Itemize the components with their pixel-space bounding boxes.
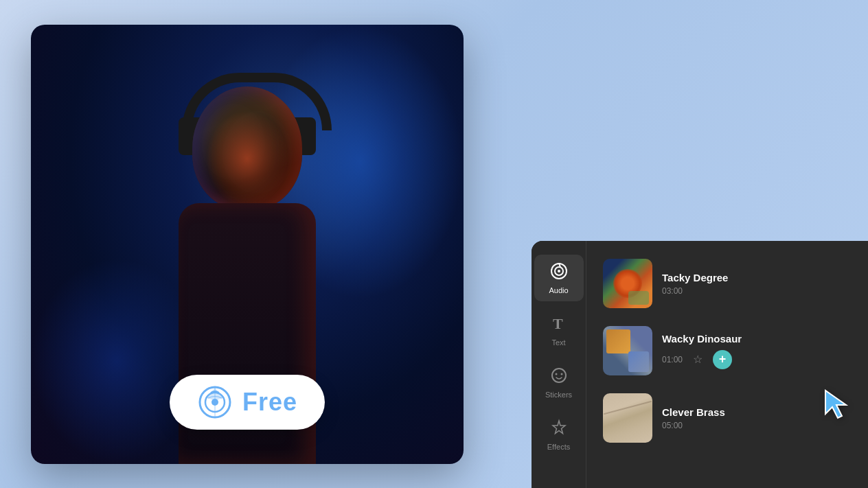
- svg-point-11: [560, 373, 562, 375]
- audio-label: Audio: [549, 286, 568, 294]
- svg-point-9: [552, 369, 566, 382]
- stickers-icon: [549, 366, 569, 388]
- track-thumb-tacky: [603, 259, 652, 308]
- sidebar-item-audio[interactable]: Audio: [534, 255, 584, 301]
- audio-panel: Audio T Text: [532, 241, 868, 488]
- track-duration-tacky: 03:00: [662, 286, 852, 296]
- track-thumb-clever: [603, 393, 652, 443]
- free-icon: [197, 384, 233, 420]
- track-list: Tacky Degree 03:00 Wacky Dinosaur 01:00 …: [586, 241, 868, 488]
- track-item-clever-brass[interactable]: Clever Brass 05:00: [597, 386, 857, 450]
- track-duration-wacky: 01:00: [662, 355, 683, 364]
- star-button-wacky[interactable]: ☆: [688, 350, 707, 369]
- svg-point-6: [558, 270, 560, 272]
- sidebar-item-stickers[interactable]: Stickers: [534, 359, 584, 406]
- sidebar-item-effects[interactable]: Effects: [534, 411, 584, 458]
- free-badge[interactable]: Free: [170, 375, 325, 430]
- text-label: Text: [551, 338, 565, 347]
- track-duration-clever: 05:00: [662, 421, 852, 430]
- track-info-tacky: Tacky Degree 03:00: [662, 272, 852, 296]
- video-background: Free: [31, 25, 464, 464]
- audio-icon: [549, 262, 569, 283]
- sidebar-item-text[interactable]: T Text: [534, 307, 584, 353]
- panel-sidebar: Audio T Text: [532, 241, 586, 488]
- track-thumb-wacky: [603, 326, 652, 375]
- track-item-wacky-dinosaur[interactable]: Wacky Dinosaur 01:00 ☆ +: [597, 319, 857, 382]
- track-item-tacky-degree[interactable]: Tacky Degree 03:00: [597, 252, 857, 315]
- effects-label: Effects: [547, 443, 570, 451]
- main-container: Free Audio: [0, 0, 868, 488]
- svg-point-10: [555, 373, 557, 375]
- effects-icon: [549, 418, 569, 440]
- text-icon: T: [549, 314, 569, 336]
- track-info-wacky: Wacky Dinosaur 01:00 ☆ +: [662, 333, 852, 369]
- add-button-wacky[interactable]: +: [713, 350, 732, 369]
- person-head: [192, 86, 302, 210]
- track-actions-wacky: 01:00 ☆ +: [662, 350, 852, 369]
- track-name-tacky: Tacky Degree: [662, 272, 852, 283]
- face-glow: [206, 111, 288, 207]
- svg-text:T: T: [553, 315, 563, 332]
- stickers-label: Stickers: [545, 391, 572, 399]
- video-preview-card: Free: [31, 25, 464, 464]
- cursor-arrow: [820, 385, 854, 419]
- free-label: Free: [242, 388, 297, 417]
- track-name-wacky: Wacky Dinosaur: [662, 333, 852, 345]
